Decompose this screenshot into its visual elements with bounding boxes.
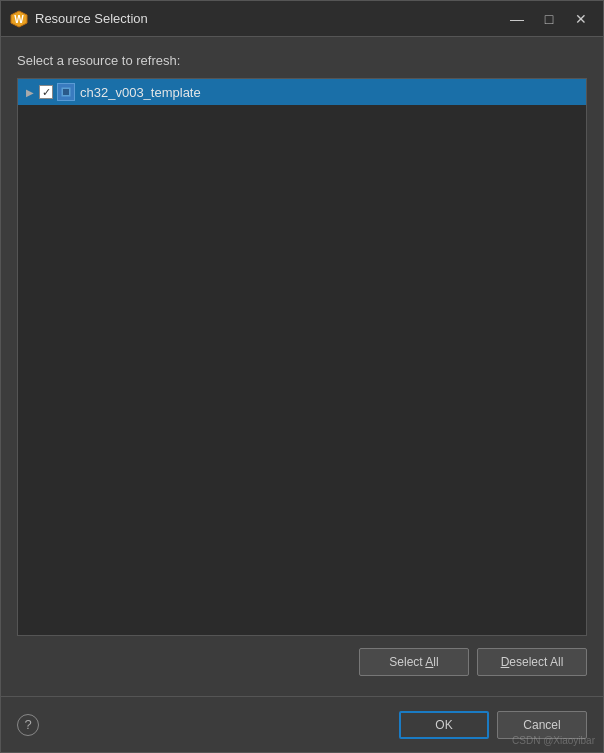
deselect-all-label: Deselect All: [501, 655, 564, 669]
resource-list[interactable]: ▶ ✓ ch32_v003_template: [17, 78, 587, 636]
prompt-text: Select a resource to refresh:: [17, 53, 587, 68]
deselect-all-button[interactable]: Deselect All: [477, 648, 587, 676]
resource-selection-dialog: W Resource Selection — □ ✕ Select a reso…: [0, 0, 604, 753]
expand-arrow-icon: ▶: [24, 86, 36, 98]
content-area: Select a resource to refresh: ▶ ✓ ch32_v…: [1, 37, 603, 696]
action-buttons-row: Select All Deselect All: [17, 648, 587, 676]
close-button[interactable]: ✕: [567, 9, 595, 29]
select-all-label: Select All: [389, 655, 438, 669]
window-controls: — □ ✕: [503, 9, 595, 29]
help-button[interactable]: ?: [17, 714, 39, 736]
footer-buttons: OK Cancel: [399, 711, 587, 739]
svg-rect-3: [63, 89, 69, 95]
deselect-underline: D: [501, 655, 510, 669]
maximize-button[interactable]: □: [535, 9, 563, 29]
resource-type-icon: [57, 83, 75, 101]
resource-checkbox[interactable]: ✓: [39, 85, 53, 99]
help-icon: ?: [24, 717, 31, 732]
select-all-underline: A: [425, 655, 433, 669]
cancel-button[interactable]: Cancel: [497, 711, 587, 739]
select-all-button[interactable]: Select All: [359, 648, 469, 676]
resource-item-label: ch32_v003_template: [80, 85, 201, 100]
app-icon: W: [9, 9, 29, 29]
svg-text:W: W: [14, 14, 24, 25]
check-mark-icon: ✓: [42, 87, 51, 98]
title-bar: W Resource Selection — □ ✕: [1, 1, 603, 37]
minimize-button[interactable]: —: [503, 9, 531, 29]
window-title: Resource Selection: [35, 11, 503, 26]
ok-button[interactable]: OK: [399, 711, 489, 739]
footer-bar: ? OK Cancel: [1, 696, 603, 752]
list-item[interactable]: ▶ ✓ ch32_v003_template: [18, 79, 586, 105]
